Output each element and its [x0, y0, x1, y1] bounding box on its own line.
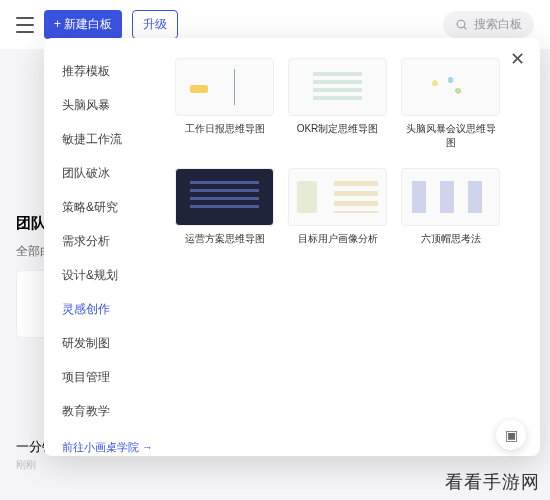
template-modal: ✕ 推荐模板头脑风暴敏捷工作流团队破冰策略&研究需求分析设计&规划灵感创作研发制…: [44, 38, 540, 456]
academy-link[interactable]: 前往小画桌学院 →: [62, 440, 159, 455]
template-card[interactable]: OKR制定思维导图: [288, 58, 387, 150]
search-icon: [455, 18, 468, 31]
sidebar-item-category[interactable]: 教育教学: [62, 396, 159, 427]
sidebar-item-category[interactable]: 头脑风暴: [62, 90, 159, 121]
template-grid-area: 工作日报思维导图OKR制定思维导图头脑风暴会议思维导图运营方案思维导图目标用户画…: [159, 38, 540, 456]
sidebar-item-category[interactable]: 研发制图: [62, 328, 159, 359]
sidebar-item-category[interactable]: 项目管理: [62, 362, 159, 393]
template-category-sidebar: 推荐模板头脑风暴敏捷工作流团队破冰策略&研究需求分析设计&规划灵感创作研发制图项…: [44, 38, 159, 456]
template-thumbnail: [401, 168, 500, 226]
template-title: 头脑风暴会议思维导图: [401, 122, 500, 150]
template-thumbnail: [175, 58, 274, 116]
template-title: OKR制定思维导图: [297, 122, 379, 136]
close-icon: ✕: [510, 48, 525, 70]
template-title: 运营方案思维导图: [185, 232, 265, 246]
sidebar-item-category[interactable]: 需求分析: [62, 226, 159, 257]
svg-point-0: [457, 20, 465, 28]
svg-line-1: [464, 27, 466, 29]
upgrade-button[interactable]: 升级: [132, 10, 178, 39]
template-title: 目标用户画像分析: [298, 232, 378, 246]
watermark-text: 看看手游网: [445, 470, 540, 494]
template-thumbnail: [175, 168, 274, 226]
help-icon: ▣: [505, 427, 518, 443]
sidebar-item-category[interactable]: 灵感创作: [62, 294, 159, 325]
template-thumbnail: [288, 58, 387, 116]
template-thumbnail: [401, 58, 500, 116]
search-input[interactable]: 搜索白板: [443, 11, 534, 38]
sidebar-item-category[interactable]: 敏捷工作流: [62, 124, 159, 155]
template-thumbnail: [288, 168, 387, 226]
template-card[interactable]: 运营方案思维导图: [175, 168, 274, 246]
template-card[interactable]: 目标用户画像分析: [288, 168, 387, 246]
sidebar-item-category[interactable]: 推荐模板: [62, 56, 159, 87]
template-card[interactable]: 头脑风暴会议思维导图: [401, 58, 500, 150]
hamburger-menu-icon[interactable]: [16, 17, 34, 33]
sidebar-item-category[interactable]: 策略&研究: [62, 192, 159, 223]
template-title: 工作日报思维导图: [185, 122, 265, 136]
template-title: 六顶帽思考法: [421, 232, 481, 246]
template-card[interactable]: 工作日报思维导图: [175, 58, 274, 150]
help-float-button[interactable]: ▣: [496, 420, 526, 450]
sidebar-item-category[interactable]: 设计&规划: [62, 260, 159, 291]
sidebar-item-category[interactable]: 团队破冰: [62, 158, 159, 189]
search-placeholder: 搜索白板: [474, 16, 522, 33]
template-card[interactable]: 六顶帽思考法: [401, 168, 500, 246]
close-button[interactable]: ✕: [506, 48, 528, 70]
new-board-button[interactable]: + 新建白板: [44, 10, 122, 39]
